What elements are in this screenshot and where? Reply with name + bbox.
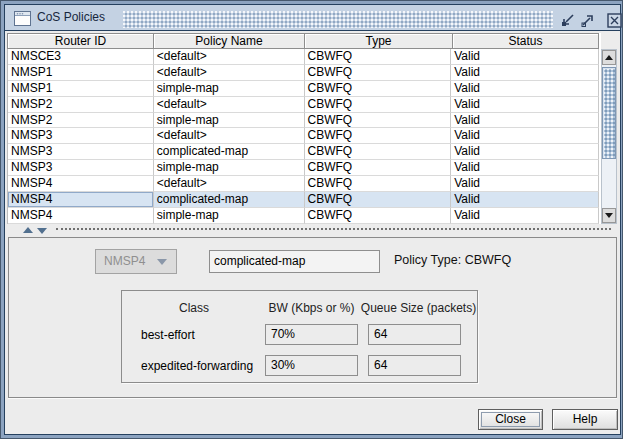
cell-type[interactable]: CBWFQ: [305, 113, 452, 129]
cell-type[interactable]: CBWFQ: [305, 65, 452, 81]
cell-status[interactable]: Valid: [451, 176, 599, 192]
cell-type[interactable]: CBWFQ: [305, 192, 452, 208]
cell-policy[interactable]: simple-map: [154, 208, 305, 224]
class-config-panel: Class BW (Kbps or %) Queue Size (packets…: [121, 290, 478, 383]
class-column-header: Class: [152, 301, 236, 315]
cos-policies-window: CoS Policies Router ID Policy Na: [0, 0, 623, 439]
policy-name-input[interactable]: complicated-map: [209, 250, 380, 273]
cell-policy[interactable]: <default>: [154, 128, 305, 144]
cell-type[interactable]: CBWFQ: [305, 176, 452, 192]
table-row[interactable]: NMSP4simple-mapCBWFQValid: [8, 208, 599, 224]
window-title: CoS Policies: [37, 5, 105, 30]
cell-type[interactable]: CBWFQ: [305, 128, 452, 144]
cell-policy[interactable]: simple-map: [154, 160, 305, 176]
table-row[interactable]: NMSP3simple-mapCBWFQValid: [8, 160, 599, 176]
queue-input-best-effort[interactable]: 64: [368, 324, 461, 345]
maximize-icon: [580, 13, 596, 28]
cell-type[interactable]: CBWFQ: [305, 49, 452, 65]
cell-router[interactable]: NMSP4: [8, 208, 154, 224]
router-select[interactable]: NMSP4: [95, 249, 177, 274]
column-header-status[interactable]: Status: [453, 34, 598, 48]
cell-status[interactable]: Valid: [451, 49, 599, 65]
cell-policy[interactable]: simple-map: [154, 113, 305, 129]
cell-policy[interactable]: simple-map: [154, 81, 305, 97]
chevron-down-icon: [157, 259, 167, 265]
cell-router[interactable]: NMSP2: [8, 97, 154, 113]
bw-input-expedited-forwarding[interactable]: 30%: [265, 355, 358, 376]
table-row[interactable]: NMSP2simple-mapCBWFQValid: [8, 113, 599, 129]
class-label-best-effort: best-effort: [141, 328, 195, 342]
column-header-policy-name[interactable]: Policy Name: [154, 34, 305, 48]
minimize-icon: [560, 13, 576, 28]
close-button[interactable]: Close: [478, 409, 543, 430]
cell-status[interactable]: Valid: [451, 97, 599, 113]
titlebar-texture: [123, 11, 553, 28]
table-row[interactable]: NMSCE3<default>CBWFQValid: [8, 49, 599, 65]
table-row[interactable]: NMSP4<default>CBWFQValid: [8, 176, 599, 192]
column-header-router-id[interactable]: Router ID: [8, 34, 154, 48]
cell-router[interactable]: NMSP3: [8, 160, 154, 176]
cell-policy[interactable]: complicated-map: [154, 144, 305, 160]
cell-status[interactable]: Valid: [451, 113, 599, 129]
cell-status[interactable]: Valid: [451, 160, 599, 176]
cell-status[interactable]: Valid: [451, 65, 599, 81]
bw-input-best-effort[interactable]: 70%: [265, 324, 358, 345]
table-row[interactable]: NMSP1<default>CBWFQValid: [8, 65, 599, 81]
class-label-expedited-forwarding: expedited-forwarding: [141, 359, 253, 373]
cell-type[interactable]: CBWFQ: [305, 208, 452, 224]
table-header: Router ID Policy Name Type Status: [7, 33, 599, 49]
window-icon: [14, 11, 31, 26]
cell-router[interactable]: NMSP4: [8, 176, 154, 192]
cell-status[interactable]: Valid: [451, 208, 599, 224]
cell-type[interactable]: CBWFQ: [305, 81, 452, 97]
cell-policy[interactable]: complicated-map: [154, 192, 305, 208]
cell-policy[interactable]: <default>: [154, 97, 305, 113]
cell-router[interactable]: NMSP2: [8, 113, 154, 129]
minimize-button[interactable]: [560, 13, 576, 28]
close-window-button[interactable]: [607, 13, 623, 28]
table-row[interactable]: NMSP3<default>CBWFQValid: [8, 128, 599, 144]
router-select-value: NMSP4: [104, 254, 145, 268]
collapse-down-icon[interactable]: [37, 228, 47, 234]
cell-status[interactable]: Valid: [451, 192, 599, 208]
cell-type[interactable]: CBWFQ: [305, 97, 452, 113]
cell-status[interactable]: Valid: [451, 144, 599, 160]
table-row[interactable]: NMSP2<default>CBWFQValid: [8, 97, 599, 113]
column-header-type[interactable]: Type: [305, 34, 453, 48]
divider-dots: [56, 228, 611, 230]
queue-size-column-header: Queue Size (packets): [358, 301, 479, 315]
cell-router[interactable]: NMSCE3: [8, 49, 154, 65]
table-row[interactable]: NMSP1simple-mapCBWFQValid: [8, 81, 599, 97]
help-button[interactable]: Help: [552, 409, 618, 430]
table-row[interactable]: NMSP3complicated-mapCBWFQValid: [8, 144, 599, 160]
collapse-up-icon[interactable]: [23, 227, 33, 233]
cell-router[interactable]: NMSP1: [8, 65, 154, 81]
title-bar[interactable]: CoS Policies: [5, 5, 620, 31]
scroll-down-button[interactable]: [602, 208, 616, 223]
policies-table: NMSCE3<default>CBWFQValidNMSP1<default>C…: [7, 49, 599, 224]
scroll-up-button[interactable]: [602, 50, 616, 65]
close-icon: [607, 13, 622, 28]
cell-policy[interactable]: <default>: [154, 176, 305, 192]
cell-status[interactable]: Valid: [451, 81, 599, 97]
cell-router[interactable]: NMSP3: [8, 128, 154, 144]
cell-type[interactable]: CBWFQ: [305, 160, 452, 176]
arrow-down-icon: [605, 213, 613, 218]
policy-detail-panel: NMSP4 complicated-map Policy Type: CBWFQ…: [8, 237, 617, 398]
table-row[interactable]: NMSP4complicated-mapCBWFQValid: [8, 192, 599, 208]
cell-status[interactable]: Valid: [451, 128, 599, 144]
cell-router[interactable]: NMSP4: [8, 192, 154, 208]
cell-policy[interactable]: <default>: [154, 65, 305, 81]
splitpane-divider[interactable]: [6, 225, 619, 235]
bw-column-header: BW (Kbps or %): [265, 301, 358, 315]
cell-router[interactable]: NMSP1: [8, 81, 154, 97]
queue-input-expedited-forwarding[interactable]: 64: [368, 355, 461, 376]
policy-type-label: Policy Type: CBWFQ: [394, 253, 511, 267]
cell-policy[interactable]: <default>: [154, 49, 305, 65]
cell-type[interactable]: CBWFQ: [305, 144, 452, 160]
scrollbar-thumb[interactable]: [602, 67, 616, 159]
arrow-up-icon: [605, 55, 613, 60]
cell-router[interactable]: NMSP3: [8, 144, 154, 160]
vertical-scrollbar[interactable]: [601, 49, 617, 224]
maximize-button[interactable]: [580, 13, 596, 28]
